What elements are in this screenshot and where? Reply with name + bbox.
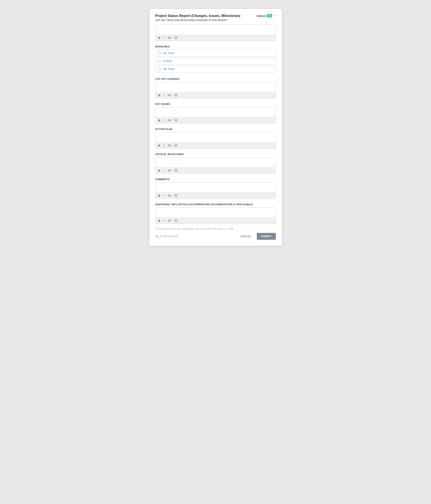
ap-emoji-button[interactable]	[174, 144, 178, 147]
svg-point-0	[175, 36, 177, 39]
svg-point-5	[176, 95, 177, 95]
svg-point-4	[175, 95, 176, 95]
critical-milestones-label: CRITICAL MILESTONES	[155, 153, 276, 155]
status-logo-text: status	[256, 14, 266, 18]
required-star: *	[227, 19, 228, 21]
svg-point-18	[175, 219, 177, 222]
key-tasks-emoji-button[interactable]	[174, 36, 178, 40]
ap-italic-button[interactable]: I	[163, 144, 165, 147]
paperclip-icon: 📎	[155, 235, 159, 238]
svg-point-12	[175, 169, 177, 171]
lkc-link-button[interactable]	[167, 94, 172, 97]
key-tasks-link-button[interactable]	[167, 36, 172, 39]
ap-bold-button[interactable]: B	[158, 144, 161, 147]
ki-bold-button[interactable]: B	[158, 119, 161, 122]
list-key-changes-toolbar: B I	[156, 92, 276, 98]
cancel-button[interactable]: CANCEL	[238, 233, 254, 240]
critical-milestones-editor: B I	[155, 157, 276, 174]
key-tasks-bold-button[interactable]: B	[158, 36, 161, 39]
radio-option-off-track[interactable]: Off Track	[155, 65, 276, 72]
radio-on-track-label: On Track	[163, 52, 175, 55]
comments-textarea[interactable]	[156, 182, 276, 192]
modal-title: Project Status Report (Changes, Issues, …	[155, 14, 240, 18]
co-link-button[interactable]	[167, 194, 172, 197]
additional-info-label: ADDITIONAL INFO (ATTACH ACCOMPANYING DOC…	[155, 203, 276, 206]
radio-option-on-track[interactable]: On Track	[155, 50, 276, 57]
radio-off-track[interactable]	[158, 68, 161, 71]
svg-point-17	[176, 195, 177, 195]
attach-files-button[interactable]: 📎 ATTACH FILES	[155, 235, 178, 238]
key-tasks-textarea[interactable]	[156, 25, 276, 35]
cm-italic-button[interactable]: I	[163, 169, 165, 172]
ai-link-button[interactable]	[167, 219, 172, 222]
svg-point-15	[175, 194, 177, 197]
key-issues-toolbar: B I	[156, 117, 276, 123]
deadlines-label: DEADLINES	[155, 45, 276, 48]
list-key-changes-textarea[interactable]	[156, 82, 276, 92]
svg-point-6	[175, 119, 177, 121]
form-subtitle: LIST KEY TASKS AND MILESTONES ACHIEVED I…	[155, 19, 276, 21]
svg-point-13	[175, 170, 176, 170]
close-button[interactable]: ×	[274, 14, 276, 18]
cm-bold-button[interactable]: B	[158, 169, 161, 172]
lkc-bold-button[interactable]: B	[158, 94, 161, 97]
list-key-changes-editor: B I	[155, 82, 276, 99]
modal-title-area: Project Status Report (Changes, Issues, …	[155, 14, 240, 18]
cm-link-button[interactable]	[167, 169, 172, 172]
radio-on-track[interactable]	[158, 52, 161, 55]
key-issues-textarea[interactable]	[156, 107, 276, 117]
key-tasks-editor: B I	[155, 25, 276, 41]
svg-point-20	[176, 220, 177, 220]
key-issues-label: KEY ISSUES	[155, 103, 276, 105]
ki-link-button[interactable]	[167, 119, 172, 122]
net-badge: net	[267, 14, 272, 17]
ap-link-button[interactable]	[167, 144, 172, 147]
lkc-italic-button[interactable]: I	[163, 94, 165, 97]
additional-info-textarea[interactable]	[156, 207, 276, 217]
comments-editor: B I	[155, 182, 276, 199]
ki-emoji-button[interactable]	[174, 118, 178, 122]
header-right: status net ×	[256, 14, 276, 18]
svg-point-16	[175, 195, 176, 195]
action-plan-textarea[interactable]	[156, 132, 276, 142]
co-bold-button[interactable]: B	[158, 194, 161, 197]
critical-milestones-toolbar: B I	[156, 167, 276, 173]
action-plan-label: ACTION PLAN	[155, 128, 276, 130]
footer-actions: CANCEL SUBMIT	[238, 233, 276, 240]
deadlines-radio-group: On Track At Risk Off Track	[155, 50, 276, 73]
key-tasks-toolbar: B I	[156, 35, 276, 41]
svg-point-14	[176, 170, 177, 170]
comments-toolbar: B I	[156, 192, 276, 198]
ai-bold-button[interactable]: B	[158, 219, 161, 222]
radio-off-track-label: Off Track	[163, 67, 175, 71]
file-size-note: The maximum file size allowed per upload…	[155, 227, 276, 230]
ai-italic-button[interactable]: I	[163, 219, 165, 222]
svg-point-19	[175, 220, 176, 220]
svg-point-9	[175, 144, 177, 146]
attach-files-label: ATTACH FILES	[160, 235, 178, 238]
submit-button[interactable]: SUBMIT	[257, 233, 276, 240]
svg-point-8	[176, 120, 177, 120]
key-issues-editor: B I	[155, 107, 276, 124]
co-emoji-button[interactable]	[174, 194, 178, 198]
action-plan-editor: B I	[155, 132, 276, 149]
ki-italic-button[interactable]: I	[163, 119, 165, 122]
svg-point-2	[176, 37, 177, 37]
additional-info-editor: B I	[155, 207, 276, 224]
radio-option-at-risk[interactable]: At Risk	[155, 57, 276, 64]
critical-milestones-textarea[interactable]	[156, 157, 276, 167]
ai-emoji-button[interactable]	[174, 219, 178, 223]
key-tasks-italic-button[interactable]: I	[163, 36, 165, 39]
lkc-emoji-button[interactable]	[174, 93, 178, 97]
project-status-report-modal: Project Status Report (Changes, Issues, …	[149, 9, 282, 246]
svg-point-3	[175, 94, 177, 96]
additional-info-toolbar: B I	[156, 217, 276, 224]
form-footer: 📎 ATTACH FILES CANCEL SUBMIT	[155, 233, 276, 240]
svg-point-7	[175, 120, 176, 120]
radio-at-risk[interactable]	[158, 60, 161, 63]
co-italic-button[interactable]: I	[163, 194, 165, 197]
cm-emoji-button[interactable]	[174, 169, 178, 172]
svg-point-1	[175, 37, 176, 37]
list-key-changes-label: LIST KEY CHANGES	[155, 78, 276, 80]
action-plan-toolbar: B I	[156, 142, 276, 148]
